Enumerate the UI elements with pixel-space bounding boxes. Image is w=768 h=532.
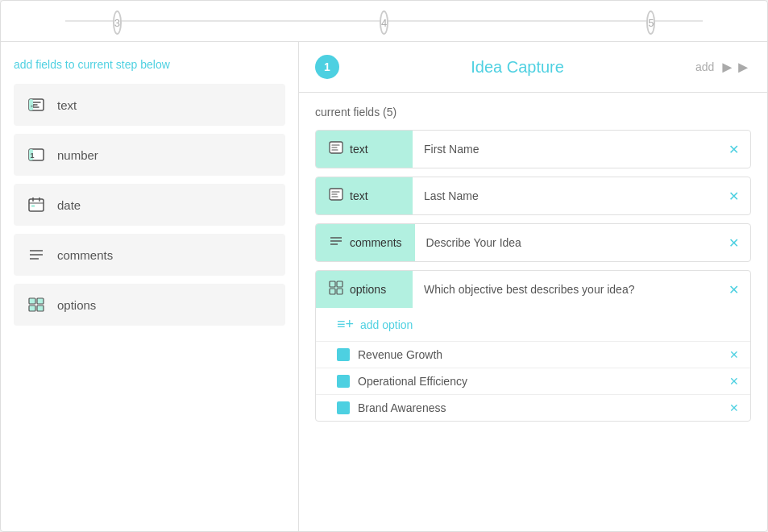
field-item-options[interactable]: options bbox=[14, 284, 285, 326]
field-item-text[interactable]: ⤶ text bbox=[14, 84, 285, 126]
field-remove-3[interactable]: ✕ bbox=[717, 226, 750, 260]
main-container: 3 4 5 add fields to current step below ⤶ bbox=[0, 0, 768, 532]
field-badge-comments: comments bbox=[316, 224, 415, 261]
add-label: add bbox=[695, 60, 714, 73]
svg-rect-16 bbox=[29, 305, 35, 311]
svg-rect-17 bbox=[37, 305, 44, 311]
fields-area: current fields (5) text First Name ✕ bbox=[299, 93, 767, 531]
svg-rect-15 bbox=[37, 298, 44, 304]
number-field-label: number bbox=[57, 148, 98, 162]
step-bar: 3 4 5 bbox=[1, 1, 767, 42]
options-header-row: options Which objective best describes y… bbox=[316, 271, 750, 308]
option-item-2: Operational Efficiency ✕ bbox=[316, 368, 750, 394]
content-area: add fields to current step below ⤶ text bbox=[1, 42, 767, 531]
field-badge-text-1: text bbox=[316, 131, 413, 168]
add-option-row[interactable]: ≡+ add option bbox=[316, 308, 750, 341]
option-color-3 bbox=[337, 401, 350, 414]
option-label-3: Brand Awareness bbox=[358, 401, 721, 414]
field-row-comments: comments Describe Your Idea ✕ bbox=[315, 223, 751, 262]
option-remove-3[interactable]: ✕ bbox=[729, 401, 739, 414]
svg-rect-26 bbox=[337, 289, 342, 294]
step-badge: 1 bbox=[315, 55, 339, 79]
option-item-1: Revenue Growth ✕ bbox=[316, 341, 750, 368]
page-title: Idea Capture bbox=[471, 58, 564, 77]
field-value-options: Which objective best describes your idea… bbox=[413, 273, 717, 305]
right-header: 1 Idea Capture add ►► bbox=[299, 42, 767, 93]
field-item-comments[interactable]: comments bbox=[14, 234, 285, 276]
svg-text:1: 1 bbox=[31, 152, 35, 160]
svg-rect-14 bbox=[29, 298, 35, 304]
field-remove-4[interactable]: ✕ bbox=[717, 272, 750, 307]
field-value-comments: Describe Your Idea bbox=[415, 227, 717, 259]
option-item-3: Brand Awareness ✕ bbox=[316, 394, 750, 421]
field-remove-1[interactable]: ✕ bbox=[717, 132, 750, 167]
field-row-lastname: text Last Name ✕ bbox=[315, 177, 751, 215]
field-item-number[interactable]: 1 number bbox=[14, 134, 285, 176]
date-field-label: date bbox=[57, 198, 81, 212]
text-icon-2 bbox=[329, 187, 343, 205]
badge-text-label-1: text bbox=[350, 143, 368, 156]
text-icon-1 bbox=[329, 140, 343, 158]
date-field-icon bbox=[25, 193, 48, 216]
comments-field-icon bbox=[25, 243, 48, 266]
add-option-label: add option bbox=[360, 318, 413, 331]
right-panel: 1 Idea Capture add ►► current fields (5) bbox=[299, 42, 767, 531]
step-4[interactable]: 4 bbox=[380, 10, 388, 35]
option-label-1: Revenue Growth bbox=[358, 348, 721, 361]
options-field-label: options bbox=[57, 298, 96, 312]
svg-rect-25 bbox=[330, 289, 335, 294]
number-field-icon: 1 bbox=[25, 143, 48, 166]
badge-comments-label: comments bbox=[350, 236, 402, 249]
options-expanded-section: options Which objective best describes y… bbox=[315, 270, 751, 422]
comments-field-label: comments bbox=[57, 248, 113, 262]
badge-text-label-2: text bbox=[350, 189, 368, 202]
svg-rect-10 bbox=[31, 205, 35, 207]
add-area[interactable]: add ►► bbox=[695, 58, 751, 77]
field-value-firstname: First Name bbox=[413, 133, 717, 165]
fields-count: current fields (5) bbox=[315, 106, 751, 118]
comments-icon bbox=[329, 234, 343, 251]
add-option-icon: ≡+ bbox=[337, 316, 354, 333]
svg-rect-6 bbox=[29, 199, 44, 211]
text-field-label: text bbox=[57, 98, 77, 112]
option-color-2 bbox=[337, 375, 350, 388]
svg-text:⤶: ⤶ bbox=[30, 102, 35, 110]
option-remove-1[interactable]: ✕ bbox=[729, 348, 739, 361]
field-value-lastname: Last Name bbox=[413, 180, 717, 212]
option-color-1 bbox=[337, 348, 350, 361]
svg-rect-23 bbox=[330, 281, 335, 287]
left-panel-header: add fields to current step below bbox=[14, 58, 285, 71]
left-panel: add fields to current step below ⤶ text bbox=[1, 42, 299, 531]
option-remove-2[interactable]: ✕ bbox=[729, 375, 739, 388]
field-item-date[interactable]: date bbox=[14, 184, 285, 226]
field-badge-text-2: text bbox=[316, 177, 413, 214]
text-field-icon: ⤶ bbox=[25, 94, 48, 116]
field-badge-options: options bbox=[316, 271, 413, 308]
badge-options-label: options bbox=[350, 283, 386, 296]
forward-icons: ►► bbox=[719, 58, 751, 77]
options-icon bbox=[329, 281, 343, 298]
svg-rect-24 bbox=[337, 281, 342, 287]
step-5[interactable]: 5 bbox=[646, 10, 655, 35]
field-row-firstname: text First Name ✕ bbox=[315, 130, 751, 168]
step-3[interactable]: 3 bbox=[113, 10, 122, 35]
option-label-2: Operational Efficiency bbox=[358, 375, 721, 388]
field-remove-2[interactable]: ✕ bbox=[717, 179, 750, 214]
options-field-icon bbox=[25, 293, 48, 316]
